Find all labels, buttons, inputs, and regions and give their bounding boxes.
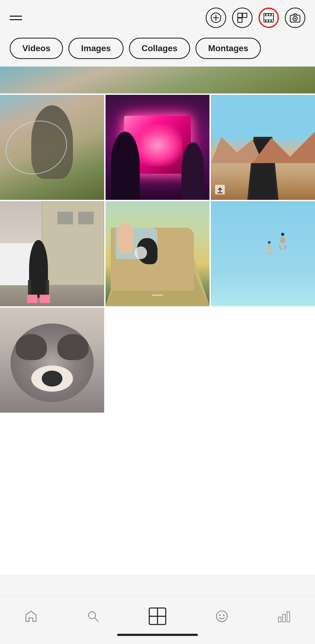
svg-rect-8 bbox=[268, 13, 269, 16]
svg-rect-13 bbox=[264, 16, 274, 20]
svg-point-26 bbox=[223, 614, 225, 616]
layout-icon bbox=[237, 12, 248, 23]
svg-rect-3 bbox=[238, 13, 242, 18]
svg-rect-11 bbox=[268, 20, 269, 22]
grid-item-7[interactable] bbox=[0, 308, 104, 413]
nav-stats[interactable] bbox=[271, 606, 297, 626]
svg-rect-29 bbox=[287, 612, 290, 622]
svg-line-20 bbox=[95, 618, 98, 621]
camera-icon bbox=[290, 12, 300, 23]
nav-home[interactable] bbox=[18, 606, 44, 626]
svg-point-25 bbox=[219, 614, 221, 616]
nav-search[interactable] bbox=[80, 606, 106, 626]
grid-item-5[interactable] bbox=[106, 201, 210, 306]
svg-rect-5 bbox=[238, 18, 242, 22]
upload-icon[interactable] bbox=[215, 184, 225, 196]
grid-item-2[interactable] bbox=[106, 95, 210, 200]
header bbox=[0, 0, 315, 33]
collage-icon bbox=[148, 607, 167, 626]
svg-rect-12 bbox=[271, 20, 272, 22]
grid-item-top-partial[interactable] bbox=[0, 67, 315, 93]
svg-rect-7 bbox=[265, 13, 266, 16]
header-left bbox=[10, 16, 22, 20]
home-bar bbox=[117, 634, 198, 636]
stats-icon bbox=[277, 609, 291, 624]
svg-rect-27 bbox=[278, 617, 281, 622]
tab-montages[interactable]: Montages bbox=[195, 38, 261, 59]
header-right bbox=[206, 8, 305, 28]
search-icon bbox=[86, 609, 100, 624]
svg-point-16 bbox=[294, 18, 296, 19]
filmstrip-icon bbox=[263, 12, 274, 23]
svg-rect-10 bbox=[265, 20, 266, 22]
tab-collages[interactable]: Collages bbox=[129, 38, 190, 59]
bottom-nav-inner bbox=[0, 604, 315, 628]
grid-item-6[interactable] bbox=[211, 201, 315, 306]
tab-images[interactable]: Images bbox=[68, 38, 123, 59]
svg-rect-4 bbox=[243, 13, 247, 18]
stickers-icon bbox=[215, 609, 229, 624]
filmstrip-button[interactable] bbox=[258, 8, 279, 28]
svg-point-24 bbox=[216, 611, 227, 622]
nav-collage[interactable] bbox=[143, 604, 172, 628]
grid-item-1[interactable] bbox=[0, 95, 104, 200]
filter-tabs: Videos Images Collages Montages bbox=[0, 33, 315, 67]
menu-button[interactable] bbox=[10, 16, 22, 20]
tab-videos[interactable]: Videos bbox=[10, 38, 63, 59]
empty-area bbox=[0, 413, 315, 574]
svg-rect-9 bbox=[271, 13, 272, 16]
photo-grid bbox=[0, 67, 315, 574]
grid-complex bbox=[0, 95, 315, 413]
add-icon bbox=[211, 12, 221, 23]
camera-button[interactable] bbox=[285, 8, 305, 28]
bottom-navigation bbox=[0, 596, 315, 644]
home-icon bbox=[24, 609, 38, 624]
svg-rect-28 bbox=[283, 614, 285, 622]
add-button[interactable] bbox=[206, 8, 226, 28]
nav-stickers[interactable] bbox=[209, 606, 234, 626]
grid-item-4[interactable] bbox=[0, 201, 104, 306]
layout-button[interactable] bbox=[232, 8, 253, 28]
grid-item-3[interactable] bbox=[211, 95, 315, 200]
